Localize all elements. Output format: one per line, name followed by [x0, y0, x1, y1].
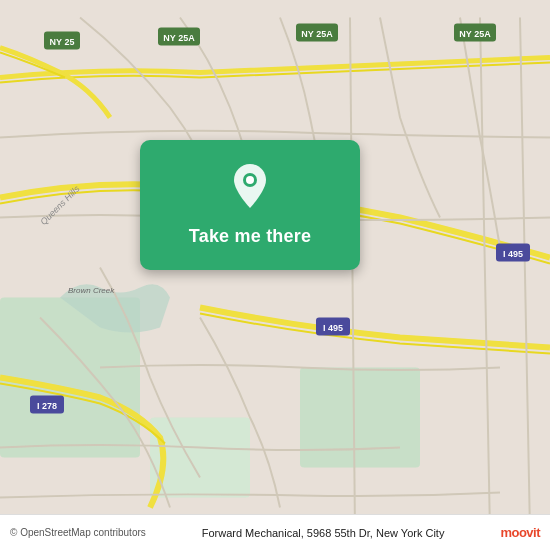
svg-text:I 495: I 495: [323, 323, 343, 333]
svg-text:NY 25A: NY 25A: [163, 33, 195, 43]
bottom-bar: © OpenStreetMap contributors Forward Mec…: [0, 514, 550, 550]
take-me-there-button[interactable]: Take me there: [140, 140, 360, 270]
map-svg: NY 25 NY 25A NY 25A NY 25A I 495 I 495 I…: [0, 0, 550, 550]
address-text: Forward Mechanical, 5968 55th Dr, New Yo…: [152, 527, 495, 539]
map-container: NY 25 NY 25A NY 25A NY 25A I 495 I 495 I…: [0, 0, 550, 550]
svg-text:NY 25: NY 25: [50, 37, 75, 47]
location-pin-icon: [228, 164, 272, 218]
svg-text:I 495: I 495: [503, 249, 523, 259]
svg-text:Brown Creek: Brown Creek: [68, 286, 115, 295]
svg-text:NY 25A: NY 25A: [301, 29, 333, 39]
svg-text:I 278: I 278: [37, 401, 57, 411]
take-me-there-label: Take me there: [189, 226, 311, 247]
svg-point-20: [246, 176, 254, 184]
svg-rect-0: [300, 368, 420, 468]
copyright-text: © OpenStreetMap contributors: [10, 527, 146, 538]
svg-text:NY 25A: NY 25A: [459, 29, 491, 39]
moovit-logo: moovit: [500, 525, 540, 540]
